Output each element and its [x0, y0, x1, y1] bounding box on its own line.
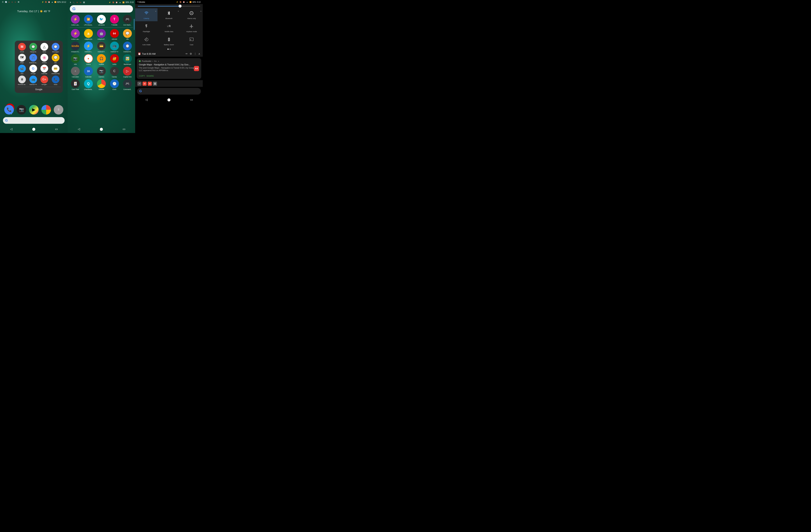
- app-allo[interactable]: 💬 Allo: [122, 29, 133, 40]
- app-tmobile[interactable]: T T-Mobile: [109, 15, 120, 26]
- googleplus-label: Google+: [42, 84, 47, 85]
- app-chrome[interactable]: ● Chrome: [96, 79, 107, 90]
- app-asana[interactable]: ● Asana: [83, 54, 94, 65]
- tile-wifi[interactable]: ▼ Celerity: [135, 8, 157, 21]
- nav-back-btn-2[interactable]: ◁: [76, 126, 82, 132]
- tile-bluetooth[interactable]: ▼ Bluetooth: [158, 8, 180, 21]
- drawer-row-5: 🃏 Card Thief Q Chamberla.. ● Chrome: [70, 79, 133, 90]
- date-weather-text: Tuesday, Oct 17 | ☀️ 48 °F: [17, 10, 50, 13]
- app-clock[interactable]: 🕐 Clock: [109, 79, 120, 90]
- quick-settings-alarm-bar: ⏰ Tue 8:30 AM ✏ ⚙ ⋮ ∧: [135, 51, 203, 57]
- nav-back-btn-3[interactable]: ◁: [143, 96, 150, 103]
- collapse-icon[interactable]: ∧: [198, 52, 200, 55]
- nav-recents-btn[interactable]: ▭: [53, 126, 60, 132]
- lte-discovery-label: LTE Discov..: [84, 24, 93, 26]
- app-audible[interactable]: 🎧 Audible: [96, 54, 107, 65]
- notif-share-btn[interactable]: SHARE: [147, 75, 154, 77]
- folder-app-androidau[interactable]: 🎵 Android Au..: [28, 54, 39, 63]
- dock-playstore[interactable]: ▶: [29, 105, 39, 115]
- notif-copy-btn[interactable]: COPY: [139, 75, 145, 77]
- app-backdrops[interactable]: 🖼️ Backdrops: [122, 54, 133, 65]
- app-android-pay[interactable]: 💳 Android P..: [96, 42, 107, 52]
- folder-app-googleplus[interactable]: G+ Google+: [39, 76, 49, 85]
- tile-mobile-data[interactable]: LTE Mobile data: [158, 21, 180, 34]
- folder-app-hangouts[interactable]: 💬 Hangouts: [28, 43, 39, 52]
- app-amazon-kindle[interactable]: kindle Amazon Ki..: [70, 42, 81, 52]
- nav-home-btn-2[interactable]: ⬤: [98, 126, 105, 132]
- nav-home-btn[interactable]: ⬤: [30, 126, 37, 132]
- pushbullet-dot: [139, 60, 141, 62]
- app-arlo[interactable]: 📷 Arlo: [70, 54, 81, 65]
- dock-more[interactable]: ⠿: [54, 105, 63, 115]
- tile-flashlight[interactable]: Flashlight: [135, 21, 157, 34]
- folder-app-gmail[interactable]: M Gmail: [17, 43, 27, 52]
- app-capital-one[interactable]: ▷ Capital One: [122, 67, 133, 78]
- drawer-search-bar[interactable]: G: [70, 5, 133, 13]
- pause-icon: ⏸: [69, 1, 72, 4]
- folder-app-allo[interactable]: 💬 Allo: [50, 54, 61, 63]
- tile-airplane[interactable]: Airplane mode: [180, 21, 203, 34]
- tile-alarms-only[interactable]: ▼ Alarms only: [180, 8, 203, 21]
- folder-app-calendar[interactable]: 📅 Calendar: [39, 65, 49, 74]
- asana-icon: ●: [84, 54, 93, 63]
- app-command[interactable]: 🎮 Command..: [122, 79, 133, 90]
- dock-chrome[interactable]: ●: [41, 105, 51, 115]
- app-aida64[interactable]: 64 AIDA64: [109, 29, 120, 40]
- hangouts-label: Hangouts: [30, 51, 36, 52]
- app-action-lau2[interactable]: ⚡ Action Lau..: [70, 29, 81, 40]
- app-canary[interactable]: C Canary: [109, 67, 120, 78]
- dock-camera[interactable]: 📷: [17, 105, 26, 115]
- notif-bullet: •: [152, 60, 153, 62]
- tile-battery-saver[interactable]: Battery Saver: [158, 34, 180, 47]
- folder-app-androidpay[interactable]: 💳 Android Pay: [50, 65, 61, 74]
- folder-app-drive[interactable]: △ Drive: [39, 43, 49, 52]
- notif-title: Google Maps - Navigation & Transit 9.64.…: [139, 63, 199, 66]
- shade-bottom-search[interactable]: G: [137, 88, 201, 95]
- alarms-dropdown-icon: ▼: [200, 11, 202, 12]
- app-android-wear[interactable]: ⌚ Android W..: [122, 42, 133, 52]
- brightness-slider[interactable]: ☀: [138, 6, 200, 6]
- app-adapticons[interactable]: a Adapticons: [83, 29, 94, 40]
- app-android-auto[interactable]: ⚡ Android A..: [83, 42, 94, 52]
- google-folder-popup[interactable]: M Gmail 💬 Hangouts △ Drive 💬 Me: [15, 41, 63, 93]
- asana-label: Asana: [86, 63, 91, 65]
- nav-recents-btn-2[interactable]: ▭: [121, 126, 127, 132]
- folder-app-duo[interactable]: 📹 Duo: [17, 65, 27, 74]
- folder-app-photos[interactable]: 🌸 Photos: [39, 54, 49, 63]
- more-icon[interactable]: ⋮: [194, 52, 197, 55]
- app-card-thief[interactable]: 🃏 Card Thief: [70, 79, 81, 90]
- app-camera[interactable]: 📷 Camera: [96, 67, 107, 78]
- tile-auto-rotate[interactable]: Auto-rotate: [135, 34, 157, 47]
- app-chamberla[interactable]: Q Chamberla..: [83, 79, 94, 90]
- tile-cast[interactable]: Cast: [180, 34, 203, 47]
- app-calendar[interactable]: 16 Calendar: [83, 67, 94, 78]
- folder-app-voice[interactable]: 📞 Voice: [50, 76, 61, 85]
- capital-one-icon: ▷: [123, 67, 132, 76]
- folder-app-remotede[interactable]: 🖥 Remote De..: [17, 76, 27, 85]
- cast-label: Cast: [190, 44, 193, 46]
- folder-app-androidtv[interactable]: 📺 Android TV: [28, 76, 39, 85]
- alarm-icon: ⏰: [48, 1, 50, 3]
- folder-app-maps[interactable]: 🗺 Maps: [17, 54, 27, 63]
- app-action-launcher[interactable]: ⚡ Action Lau..: [70, 15, 81, 26]
- app-adaptivepack[interactable]: 🤖 AdaptiveP..: [96, 29, 107, 40]
- app-calculator[interactable]: ÷ Calculator: [70, 67, 81, 78]
- battery-saver-label: Battery Saver: [164, 44, 174, 46]
- dot-2: [169, 49, 171, 50]
- app-android-tv[interactable]: 📺 Android TV: [109, 42, 120, 52]
- folder-app-google[interactable]: G Google: [28, 65, 39, 74]
- mobile-data-label: Mobile data: [165, 31, 173, 32]
- nav-recents-btn-3[interactable]: ▭: [188, 96, 195, 103]
- app-authy[interactable]: 🔐 Authy: [109, 54, 120, 65]
- settings-icon[interactable]: ⚙: [190, 52, 192, 55]
- home-search-bar[interactable]: G: [3, 117, 65, 124]
- app-libratone[interactable]: 🐦 Libratone: [96, 15, 107, 26]
- app-iron-marines[interactable]: 🎮 Iron Marin..: [122, 15, 133, 26]
- edit-icon[interactable]: ✏: [186, 52, 188, 55]
- dock-phone[interactable]: 📞: [4, 105, 14, 115]
- action-launcher-icon: ⚡: [71, 15, 80, 24]
- nav-back-btn[interactable]: ◁: [8, 126, 15, 132]
- app-lte-discovery[interactable]: 📶 LTE Discov..: [83, 15, 94, 26]
- nav-home-btn-3[interactable]: ⬤: [166, 96, 172, 103]
- folder-app-messages[interactable]: 💬 Messages: [50, 43, 61, 52]
